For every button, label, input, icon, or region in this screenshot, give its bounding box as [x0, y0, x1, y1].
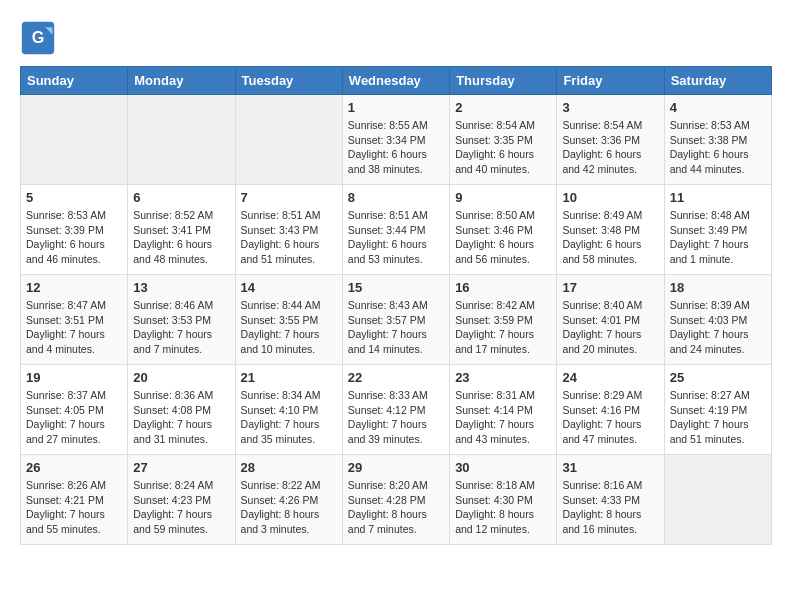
day-content: Sunrise: 8:27 AM Sunset: 4:19 PM Dayligh… [670, 388, 766, 447]
day-content: Sunrise: 8:51 AM Sunset: 3:43 PM Dayligh… [241, 208, 337, 267]
day-header-thursday: Thursday [450, 67, 557, 95]
calendar-cell: 15Sunrise: 8:43 AM Sunset: 3:57 PM Dayli… [342, 275, 449, 365]
calendar-cell: 7Sunrise: 8:51 AM Sunset: 3:43 PM Daylig… [235, 185, 342, 275]
day-number: 18 [670, 280, 766, 295]
day-content: Sunrise: 8:39 AM Sunset: 4:03 PM Dayligh… [670, 298, 766, 357]
calendar-cell: 29Sunrise: 8:20 AM Sunset: 4:28 PM Dayli… [342, 455, 449, 545]
page-header: G [20, 20, 772, 56]
calendar-cell: 3Sunrise: 8:54 AM Sunset: 3:36 PM Daylig… [557, 95, 664, 185]
day-content: Sunrise: 8:34 AM Sunset: 4:10 PM Dayligh… [241, 388, 337, 447]
calendar-cell: 18Sunrise: 8:39 AM Sunset: 4:03 PM Dayli… [664, 275, 771, 365]
day-number: 9 [455, 190, 551, 205]
week-row-5: 26Sunrise: 8:26 AM Sunset: 4:21 PM Dayli… [21, 455, 772, 545]
calendar-cell: 13Sunrise: 8:46 AM Sunset: 3:53 PM Dayli… [128, 275, 235, 365]
calendar-cell: 9Sunrise: 8:50 AM Sunset: 3:46 PM Daylig… [450, 185, 557, 275]
logo: G [20, 20, 60, 56]
calendar-cell: 16Sunrise: 8:42 AM Sunset: 3:59 PM Dayli… [450, 275, 557, 365]
day-number: 27 [133, 460, 229, 475]
calendar-cell: 14Sunrise: 8:44 AM Sunset: 3:55 PM Dayli… [235, 275, 342, 365]
day-content: Sunrise: 8:33 AM Sunset: 4:12 PM Dayligh… [348, 388, 444, 447]
day-number: 22 [348, 370, 444, 385]
day-content: Sunrise: 8:47 AM Sunset: 3:51 PM Dayligh… [26, 298, 122, 357]
day-number: 29 [348, 460, 444, 475]
day-number: 30 [455, 460, 551, 475]
calendar-cell: 2Sunrise: 8:54 AM Sunset: 3:35 PM Daylig… [450, 95, 557, 185]
calendar-cell: 5Sunrise: 8:53 AM Sunset: 3:39 PM Daylig… [21, 185, 128, 275]
calendar-cell: 11Sunrise: 8:48 AM Sunset: 3:49 PM Dayli… [664, 185, 771, 275]
day-header-row: SundayMondayTuesdayWednesdayThursdayFrid… [21, 67, 772, 95]
day-number: 25 [670, 370, 766, 385]
day-number: 28 [241, 460, 337, 475]
day-content: Sunrise: 8:51 AM Sunset: 3:44 PM Dayligh… [348, 208, 444, 267]
calendar-cell: 1Sunrise: 8:55 AM Sunset: 3:34 PM Daylig… [342, 95, 449, 185]
day-content: Sunrise: 8:31 AM Sunset: 4:14 PM Dayligh… [455, 388, 551, 447]
calendar-body: 1Sunrise: 8:55 AM Sunset: 3:34 PM Daylig… [21, 95, 772, 545]
day-number: 6 [133, 190, 229, 205]
day-number: 17 [562, 280, 658, 295]
day-header-wednesday: Wednesday [342, 67, 449, 95]
day-content: Sunrise: 8:49 AM Sunset: 3:48 PM Dayligh… [562, 208, 658, 267]
day-content: Sunrise: 8:40 AM Sunset: 4:01 PM Dayligh… [562, 298, 658, 357]
calendar-cell: 4Sunrise: 8:53 AM Sunset: 3:38 PM Daylig… [664, 95, 771, 185]
day-content: Sunrise: 8:18 AM Sunset: 4:30 PM Dayligh… [455, 478, 551, 537]
day-content: Sunrise: 8:53 AM Sunset: 3:39 PM Dayligh… [26, 208, 122, 267]
day-header-monday: Monday [128, 67, 235, 95]
day-number: 2 [455, 100, 551, 115]
day-number: 23 [455, 370, 551, 385]
day-number: 14 [241, 280, 337, 295]
calendar-cell: 25Sunrise: 8:27 AM Sunset: 4:19 PM Dayli… [664, 365, 771, 455]
day-content: Sunrise: 8:54 AM Sunset: 3:36 PM Dayligh… [562, 118, 658, 177]
day-content: Sunrise: 8:50 AM Sunset: 3:46 PM Dayligh… [455, 208, 551, 267]
day-content: Sunrise: 8:16 AM Sunset: 4:33 PM Dayligh… [562, 478, 658, 537]
day-number: 11 [670, 190, 766, 205]
day-number: 10 [562, 190, 658, 205]
day-number: 3 [562, 100, 658, 115]
day-content: Sunrise: 8:48 AM Sunset: 3:49 PM Dayligh… [670, 208, 766, 267]
calendar-cell: 10Sunrise: 8:49 AM Sunset: 3:48 PM Dayli… [557, 185, 664, 275]
day-number: 24 [562, 370, 658, 385]
day-content: Sunrise: 8:52 AM Sunset: 3:41 PM Dayligh… [133, 208, 229, 267]
calendar-cell: 6Sunrise: 8:52 AM Sunset: 3:41 PM Daylig… [128, 185, 235, 275]
day-number: 26 [26, 460, 122, 475]
calendar-table: SundayMondayTuesdayWednesdayThursdayFrid… [20, 66, 772, 545]
day-content: Sunrise: 8:43 AM Sunset: 3:57 PM Dayligh… [348, 298, 444, 357]
day-content: Sunrise: 8:26 AM Sunset: 4:21 PM Dayligh… [26, 478, 122, 537]
logo-icon: G [20, 20, 56, 56]
calendar-cell: 21Sunrise: 8:34 AM Sunset: 4:10 PM Dayli… [235, 365, 342, 455]
calendar-cell [235, 95, 342, 185]
day-content: Sunrise: 8:55 AM Sunset: 3:34 PM Dayligh… [348, 118, 444, 177]
day-number: 21 [241, 370, 337, 385]
calendar-cell: 28Sunrise: 8:22 AM Sunset: 4:26 PM Dayli… [235, 455, 342, 545]
day-content: Sunrise: 8:22 AM Sunset: 4:26 PM Dayligh… [241, 478, 337, 537]
calendar-cell: 30Sunrise: 8:18 AM Sunset: 4:30 PM Dayli… [450, 455, 557, 545]
day-content: Sunrise: 8:29 AM Sunset: 4:16 PM Dayligh… [562, 388, 658, 447]
calendar-cell: 26Sunrise: 8:26 AM Sunset: 4:21 PM Dayli… [21, 455, 128, 545]
day-content: Sunrise: 8:46 AM Sunset: 3:53 PM Dayligh… [133, 298, 229, 357]
day-header-saturday: Saturday [664, 67, 771, 95]
week-row-2: 5Sunrise: 8:53 AM Sunset: 3:39 PM Daylig… [21, 185, 772, 275]
calendar-cell: 31Sunrise: 8:16 AM Sunset: 4:33 PM Dayli… [557, 455, 664, 545]
day-number: 12 [26, 280, 122, 295]
calendar-header: SundayMondayTuesdayWednesdayThursdayFrid… [21, 67, 772, 95]
day-number: 4 [670, 100, 766, 115]
calendar-cell [664, 455, 771, 545]
week-row-1: 1Sunrise: 8:55 AM Sunset: 3:34 PM Daylig… [21, 95, 772, 185]
week-row-3: 12Sunrise: 8:47 AM Sunset: 3:51 PM Dayli… [21, 275, 772, 365]
day-number: 15 [348, 280, 444, 295]
day-header-sunday: Sunday [21, 67, 128, 95]
calendar-cell: 19Sunrise: 8:37 AM Sunset: 4:05 PM Dayli… [21, 365, 128, 455]
calendar-cell: 27Sunrise: 8:24 AM Sunset: 4:23 PM Dayli… [128, 455, 235, 545]
calendar-cell: 12Sunrise: 8:47 AM Sunset: 3:51 PM Dayli… [21, 275, 128, 365]
day-number: 16 [455, 280, 551, 295]
day-content: Sunrise: 8:44 AM Sunset: 3:55 PM Dayligh… [241, 298, 337, 357]
calendar-cell: 22Sunrise: 8:33 AM Sunset: 4:12 PM Dayli… [342, 365, 449, 455]
calendar-cell [128, 95, 235, 185]
day-content: Sunrise: 8:24 AM Sunset: 4:23 PM Dayligh… [133, 478, 229, 537]
day-header-friday: Friday [557, 67, 664, 95]
svg-text:G: G [32, 28, 45, 46]
day-number: 7 [241, 190, 337, 205]
calendar-cell [21, 95, 128, 185]
calendar-cell: 23Sunrise: 8:31 AM Sunset: 4:14 PM Dayli… [450, 365, 557, 455]
day-content: Sunrise: 8:37 AM Sunset: 4:05 PM Dayligh… [26, 388, 122, 447]
day-number: 19 [26, 370, 122, 385]
